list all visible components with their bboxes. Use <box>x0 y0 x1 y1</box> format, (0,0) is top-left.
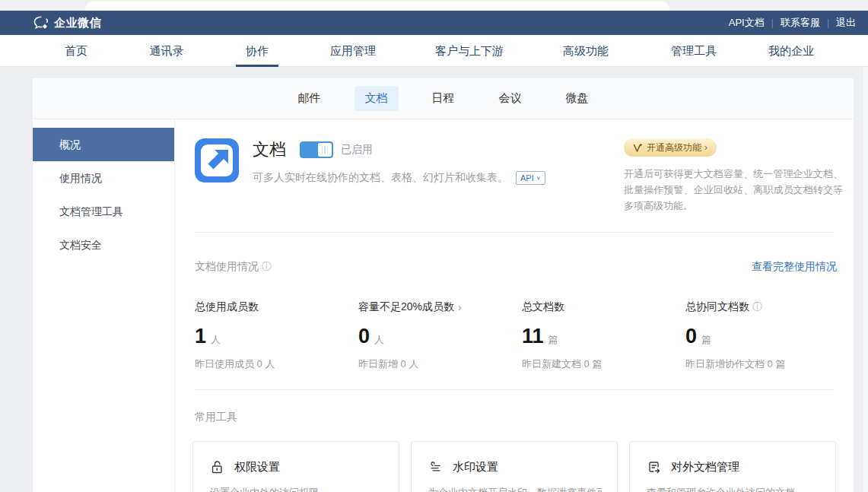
tool-card-watermark[interactable]: 水印设置 为企业内文档开启水印，数据泄露事件可追 <box>411 441 618 492</box>
nav-item-app-management[interactable]: 应用管理 <box>330 35 376 67</box>
browser-tab-strip <box>0 0 868 11</box>
nav-item-my-company[interactable]: 我的企业 <box>768 35 814 67</box>
lock-icon <box>210 460 224 475</box>
upgrade-premium-label: 开通高级功能 <box>647 141 701 154</box>
stat-subtext: 昨日新增协作文档 0 篇 <box>685 357 849 371</box>
app-header: 文档 已启用 可多人实时在线协作的文档、表格、幻灯片和收集表。 API ∨ <box>195 138 545 185</box>
stat-label: 总使用成员数 <box>195 300 259 314</box>
stat-collab-docs: 总协同文档数ⓘ 0篇 昨日新增协作文档 0 篇 <box>685 300 849 371</box>
stat-subtext: 昨日新增 0 人 <box>358 357 522 371</box>
nav-item-collaboration[interactable]: 协作 <box>246 35 269 67</box>
content-card: 邮件 文档 日程 会议 微盘 概况 使用情况 文档管理工具 文档安全 文档 <box>33 78 854 492</box>
toggle-knob <box>318 143 332 157</box>
divider <box>195 232 835 233</box>
topbar-separator: | <box>827 17 829 28</box>
usage-section-title: 文档使用情况ⓘ <box>195 260 272 274</box>
info-icon[interactable]: ⓘ <box>752 300 762 314</box>
app-title: 文档 <box>253 138 286 161</box>
sidebar-item-overview[interactable]: 概况 <box>33 128 174 161</box>
wechat-work-logo-icon <box>33 16 49 30</box>
topbar: 企业微信 API文档 | 联系客服 | 退出 <box>0 11 868 35</box>
tab-docs[interactable]: 文档 <box>355 86 399 111</box>
tool-title: 水印设置 <box>453 460 498 475</box>
tool-description: 为企业内文档开启水印，数据泄露事件可追 <box>428 486 602 492</box>
usage-title-text: 文档使用情况 <box>195 260 259 272</box>
api-docs-link[interactable]: API文档 <box>729 16 765 30</box>
premium-description: 开通后可获得更大文档容量、统一管理企业文档、批量操作预警、企业回收站、离职成员文… <box>624 166 843 214</box>
topbar-links: API文档 | 联系客服 | 退出 <box>729 11 856 35</box>
api-label: API <box>520 173 534 183</box>
brand-name: 企业微信 <box>54 16 101 30</box>
nav-item-contacts[interactable]: 通讯录 <box>150 35 184 67</box>
tool-title: 对外文档管理 <box>671 460 739 475</box>
tools-section-title: 常用工具 <box>195 411 237 424</box>
stat-subtext: 昨日新建文档 0 篇 <box>522 357 685 371</box>
scrollbar[interactable] <box>863 67 868 492</box>
divider <box>195 389 835 390</box>
stat-unit: 人 <box>211 333 221 347</box>
nav-item-customers[interactable]: 客户与上下游 <box>435 35 504 67</box>
stat-low-capacity-members: 容量不足20%成员数› 0人 昨日新增 0 人 <box>358 300 522 371</box>
main-panel: 文档 已启用 可多人实时在线协作的文档、表格、幻灯片和收集表。 API ∨ <box>175 119 854 492</box>
contact-support-link[interactable]: 联系客服 <box>781 16 820 30</box>
tool-cards: 权限设置 设置企业内外的访问权限 水印设置 为企业内文档开启水印，数据泄露事件可… <box>192 441 836 492</box>
full-usage-link[interactable]: 查看完整使用情况 <box>752 260 837 274</box>
stat-total-members: 总使用成员数 1人 昨日使用成员 0 人 <box>195 300 358 371</box>
brand: 企业微信 <box>33 16 101 30</box>
nav-item-admin-tools[interactable]: 管理工具 <box>671 35 717 67</box>
docs-app-icon <box>195 138 239 183</box>
sidebar: 概况 使用情况 文档管理工具 文档安全 <box>33 119 175 492</box>
stat-total-docs: 总文档数 11篇 昨日新建文档 0 篇 <box>522 300 685 371</box>
api-dropdown-button[interactable]: API ∨ <box>516 171 545 185</box>
sidebar-item-usage[interactable]: 使用情况 <box>33 161 174 195</box>
upgrade-premium-button[interactable]: 开通高级功能 › <box>624 138 717 157</box>
watermark-icon <box>428 460 443 475</box>
tool-card-permissions[interactable]: 权限设置 设置企业内外的访问权限 <box>192 441 399 492</box>
tab-meeting[interactable]: 会议 <box>488 86 533 111</box>
chevron-right-icon[interactable]: › <box>458 301 462 313</box>
stat-value: 0 <box>358 325 370 348</box>
toggle-status-label: 已启用 <box>341 143 373 157</box>
browser-tab <box>85 2 669 11</box>
doc-export-icon <box>647 460 661 475</box>
tab-mail[interactable]: 邮件 <box>288 86 332 111</box>
stat-value: 11 <box>522 325 544 348</box>
stat-unit: 篇 <box>548 333 558 347</box>
sidebar-item-doc-tools[interactable]: 文档管理工具 <box>33 195 174 228</box>
stat-unit: 篇 <box>701 333 711 347</box>
app-info: 文档 已启用 可多人实时在线协作的文档、表格、幻灯片和收集表。 API ∨ <box>253 138 545 185</box>
tab-drive[interactable]: 微盘 <box>555 86 599 111</box>
stat-label: 总文档数 <box>522 300 564 314</box>
stat-label: 容量不足20%成员数 <box>358 300 454 314</box>
stat-value: 0 <box>685 325 697 348</box>
stat-subtext: 昨日使用成员 0 人 <box>195 357 358 371</box>
app-description: 可多人实时在线协作的文档、表格、幻灯片和收集表。 <box>253 171 508 185</box>
collab-tabs: 邮件 文档 日程 会议 微盘 <box>33 78 854 119</box>
stat-value: 1 <box>195 325 206 348</box>
logout-link[interactable]: 退出 <box>836 16 856 30</box>
tool-description: 设置企业内外的访问权限 <box>210 486 383 492</box>
usage-stats: 总使用成员数 1人 昨日使用成员 0 人 容量不足20%成员数› 0人 昨日新增… <box>195 300 849 371</box>
main-nav: 首页 通讯录 协作 应用管理 客户与上下游 高级功能 管理工具 我的企业 <box>0 35 868 67</box>
stat-unit: 人 <box>374 333 384 347</box>
vip-sparkle-icon <box>633 143 643 153</box>
topbar-separator: | <box>771 17 774 28</box>
enable-toggle[interactable] <box>300 141 333 158</box>
tab-calendar[interactable]: 日程 <box>421 86 466 111</box>
tool-title: 权限设置 <box>234 460 280 475</box>
tool-description: 查看和管理允许企业外访问的文档 <box>647 486 820 492</box>
chevron-right-icon: › <box>704 142 707 153</box>
nav-item-advanced[interactable]: 高级功能 <box>563 35 609 67</box>
info-icon[interactable]: ⓘ <box>262 261 272 272</box>
premium-promo: 开通高级功能 › 开通后可获得更大文档容量、统一管理企业文档、批量操作预警、企业… <box>624 138 843 214</box>
stat-label: 总协同文档数 <box>685 300 749 314</box>
nav-item-home[interactable]: 首页 <box>65 35 87 67</box>
tool-card-external-docs[interactable]: 对外文档管理 查看和管理允许企业外访问的文档 <box>629 441 836 492</box>
caret-down-icon: ∨ <box>536 175 541 180</box>
sidebar-item-doc-security[interactable]: 文档安全 <box>33 228 174 262</box>
